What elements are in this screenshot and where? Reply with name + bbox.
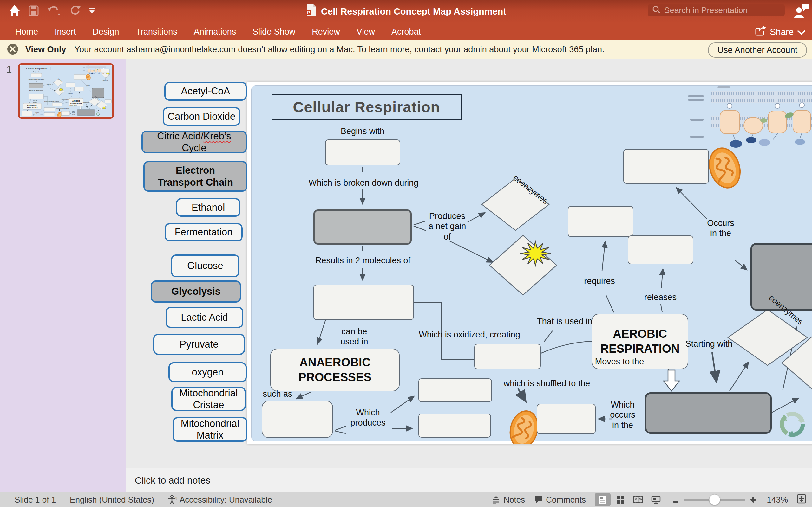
- gray-box-glycolysis-slot[interactable]: [313, 210, 412, 245]
- menu-view[interactable]: View: [357, 27, 375, 37]
- blank-box-pyruvate-slot[interactable]: [29, 94, 44, 99]
- label-releases: releases: [77, 95, 82, 97]
- menu-review[interactable]: Review: [312, 27, 340, 37]
- blank-box-produces-upper[interactable]: [44, 107, 55, 111]
- notes-toggle[interactable]: Notes: [492, 495, 525, 505]
- menu-transitions[interactable]: Transitions: [136, 27, 177, 37]
- term-chip-glucose[interactable]: Glucose: [171, 255, 240, 277]
- slide-title: Cellular Respiration: [293, 98, 440, 116]
- electron-transport-chain-image[interactable]: [688, 86, 812, 156]
- term-chip-pyruvate[interactable]: Pyruvate: [153, 334, 245, 355]
- comments-icon: [534, 495, 543, 504]
- term-chip-ethanol[interactable]: Ethanol: [176, 198, 241, 217]
- menu-acrobat[interactable]: Acrobat: [392, 27, 421, 37]
- blank-box-releases-slot[interactable]: [628, 235, 693, 264]
- share-button[interactable]: Share: [755, 26, 805, 38]
- blank-box-produces-upper[interactable]: [418, 378, 492, 402]
- blank-box-oxidized-slot[interactable]: [52, 103, 62, 107]
- blank-box-requires-slot[interactable]: [568, 206, 633, 237]
- slide-panel: 1: [0, 59, 126, 492]
- use-another-account-button[interactable]: Use Another Account: [708, 43, 807, 58]
- blank-box-releases-slot[interactable]: [74, 87, 84, 91]
- diamond-coenzymes-1[interactable]: [482, 178, 549, 230]
- blank-box-produces-lower[interactable]: [418, 413, 491, 438]
- mitochondrion-image-top[interactable]: [705, 144, 745, 192]
- blank-box-such-as-slot[interactable]: [262, 400, 333, 438]
- reading-view-button[interactable]: [630, 493, 646, 506]
- slide-1[interactable]: Cellular Respiration ANAEROBIC PROCESSES…: [20, 65, 112, 117]
- term-chip-citric-acid-krebs-cycle[interactable]: Citric Acid/Kreb’sCycle: [142, 130, 247, 153]
- gray-box-krebs-slot[interactable]: [645, 392, 772, 434]
- blank-box-produces-lower[interactable]: [44, 112, 55, 116]
- term-chip-acetyl-coa[interactable]: Acetyl-CoA: [164, 82, 247, 101]
- undo-icon[interactable]: [47, 5, 61, 16]
- blank-box-shuffled-slot[interactable]: [537, 404, 596, 434]
- zoom-level[interactable]: 143%: [765, 495, 788, 505]
- menu-home[interactable]: Home: [15, 27, 38, 37]
- mitochondrion-image-bottom[interactable]: [507, 408, 542, 444]
- slideshow-view-button[interactable]: [648, 493, 664, 506]
- menu-slide-show[interactable]: Slide Show: [252, 27, 295, 37]
- blank-box-pyruvate-slot[interactable]: [313, 285, 414, 320]
- term-chip-lactic-acid[interactable]: Lactic Acid: [165, 307, 243, 328]
- blank-box-shuffled-slot[interactable]: [61, 111, 70, 116]
- account-presence-icon[interactable]: [794, 3, 809, 19]
- anaerobic-processes-node[interactable]: ANAEROBIC PROCESSES: [270, 349, 400, 391]
- menu-design[interactable]: Design: [93, 27, 119, 37]
- status-bar: Slide 1 of 1 English (United States) ? A…: [0, 492, 812, 507]
- zoom-in-button[interactable]: [751, 495, 756, 505]
- gray-box-glycolysis-slot[interactable]: [29, 83, 44, 89]
- blank-box-begins-with[interactable]: [31, 73, 42, 77]
- menu-insert[interactable]: Insert: [55, 27, 76, 37]
- search-input[interactable]: Search in Presentation: [648, 4, 785, 16]
- slide-title-box[interactable]: Cellular Respiration: [23, 66, 50, 70]
- normal-view-button[interactable]: [595, 493, 611, 506]
- term-label: Fermentation: [175, 226, 233, 238]
- fit-slide-button[interactable]: [797, 494, 806, 506]
- label-releases: releases: [644, 292, 676, 302]
- term-chip-mitochondrial-cristae[interactable]: Mitochondrial Cristae: [171, 387, 246, 411]
- zoom-slider[interactable]: [683, 499, 745, 501]
- term-chip-mitochondrial-matrix[interactable]: Mitochondrial Matrix: [172, 417, 247, 442]
- slide-title-box[interactable]: Cellular Respiration: [271, 94, 461, 120]
- diamond-coenzymes-1[interactable]: [53, 79, 63, 87]
- recycle-icon[interactable]: [776, 409, 805, 437]
- toolbar-options-icon[interactable]: [89, 7, 95, 14]
- notes-pane[interactable]: Click to add notes: [126, 468, 812, 493]
- blank-box-oxidized-slot[interactable]: [474, 344, 541, 369]
- gray-box-etc-slot[interactable]: [92, 88, 104, 98]
- term-chip-electron-transport-chain[interactable]: Electron Transport Chain: [143, 161, 247, 192]
- slide-1[interactable]: Cellular Respiration ANAEROBIC PROCESSES…: [247, 82, 812, 444]
- term-chip-carbon-dioxide[interactable]: Carbon Dioxide: [163, 107, 241, 126]
- blank-box-begins-with[interactable]: [325, 139, 400, 165]
- term-chip-oxygen[interactable]: oxygen: [168, 362, 247, 382]
- blank-box-offscreen-right[interactable]: [105, 100, 112, 103]
- gray-box-krebs-slot[interactable]: [77, 110, 95, 116]
- recycle-icon[interactable]: [96, 112, 100, 116]
- diamond-atp[interactable]: [490, 235, 557, 295]
- language-selector[interactable]: English (United States): [70, 495, 154, 505]
- view-only-banner: View OnlyYour account asharma@innonthela…: [0, 40, 812, 59]
- term-chip-fermentation[interactable]: Fermentation: [165, 223, 243, 241]
- blank-box-top-right[interactable]: [73, 74, 86, 79]
- zoom-out-button[interactable]: [673, 495, 678, 505]
- blank-box-offscreen-top[interactable]: [101, 69, 109, 73]
- diamond-atp[interactable]: [55, 87, 64, 95]
- menu-animations[interactable]: Animations: [194, 27, 236, 37]
- mitochondrion-image-top[interactable]: [85, 74, 91, 81]
- anaerobic-processes-node[interactable]: ANAEROBIC PROCESSES: [23, 103, 42, 109]
- slide-thumbnail[interactable]: Cellular Respiration ANAEROBIC PROCESSES…: [18, 63, 114, 118]
- zoom-slider-knob[interactable]: [709, 494, 720, 505]
- blank-box-such-as-slot[interactable]: [21, 111, 32, 116]
- blank-box-top-right[interactable]: [623, 149, 709, 184]
- term-chip-glycolysis[interactable]: Glycolysis: [151, 280, 241, 302]
- redo-icon[interactable]: [69, 5, 81, 16]
- slide-sorter-view-button[interactable]: [612, 493, 628, 506]
- comments-toggle[interactable]: Comments: [534, 495, 586, 505]
- accessibility-status[interactable]: ? Accessibility: Unavailable: [168, 495, 272, 505]
- save-icon[interactable]: [29, 5, 39, 16]
- anaerobic-label: ANAEROBIC PROCESSES: [27, 104, 38, 108]
- label-such-as: such as: [22, 109, 26, 111]
- blank-box-requires-slot[interactable]: [66, 83, 75, 87]
- home-icon[interactable]: [9, 4, 20, 17]
